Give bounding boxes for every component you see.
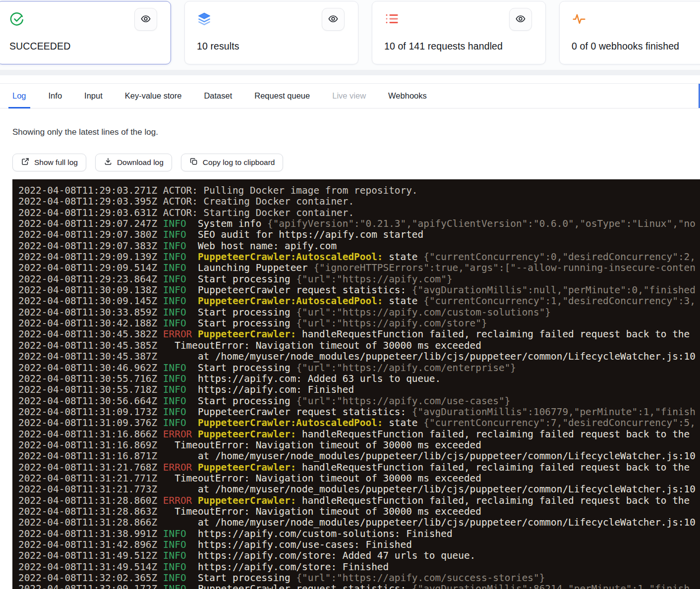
log-line: 2022-04-08T11:29:23.864Z INFO Start proc…	[18, 274, 700, 285]
log-line: 2022-04-08T11:32:02.365Z INFO Start proc…	[18, 573, 700, 584]
log-line: 2022-04-08T11:30:56.664Z INFO Start proc…	[18, 396, 700, 407]
cards-shadow-band	[0, 70, 700, 75]
log-line: 2022-04-08T11:31:21.771Z TimeoutError: N…	[18, 473, 700, 484]
log-line: 2022-04-08T11:30:09.145Z INFO PuppeteerC…	[18, 296, 700, 307]
log-line: 2022-04-08T11:29:07.380Z INFO SEO audit …	[18, 229, 700, 240]
log-line: 2022-04-08T11:29:07.247Z INFO System inf…	[18, 218, 700, 229]
card-label: 0 of 0 webhooks finished	[572, 41, 679, 52]
tab-info[interactable]: Info	[49, 84, 62, 108]
log-line: 2022-04-08T11:30:45.385Z TimeoutError: N…	[18, 340, 700, 351]
log-line: 2022-04-08T11:31:16.866Z ERROR Puppeteer…	[18, 429, 700, 440]
list-icon	[384, 11, 399, 26]
check-circle-icon	[9, 11, 24, 26]
log-line: 2022-04-08T11:31:42.896Z INFO https://ap…	[18, 539, 700, 550]
log-line: 2022-04-08T11:30:55.716Z INFO https://ap…	[18, 374, 700, 384]
eye-view-button[interactable]	[134, 8, 157, 31]
pulse-icon	[572, 11, 586, 26]
run-tab-bar: LogInfoInputKey-value storeDatasetReques…	[0, 83, 700, 108]
log-line: 2022-04-08T11:31:16.869Z TimeoutError: N…	[18, 440, 700, 451]
log-line: 2022-04-08T11:29:03.271Z ACTOR: Pulling …	[18, 185, 700, 196]
log-line: 2022-04-08T11:31:49.512Z INFO https://ap…	[18, 550, 700, 561]
log-line: 2022-04-08T11:30:09.138Z INFO PuppeteerC…	[18, 285, 700, 296]
eye-view-button[interactable]	[322, 8, 345, 31]
tab-key-value-store[interactable]: Key-value store	[125, 84, 182, 108]
log-line: 2022-04-08T11:30:55.718Z INFO https://ap…	[18, 384, 700, 395]
external-link-icon	[21, 157, 30, 168]
log-line: 2022-04-08T11:29:07.383Z INFO Web host n…	[18, 241, 700, 252]
log-line: 2022-04-08T11:31:28.863Z TimeoutError: N…	[18, 506, 700, 517]
log-terminal[interactable]: 2022-04-08T11:29:03.271Z ACTOR: Pulling …	[12, 179, 700, 589]
card-label: SUCCEEDED	[9, 41, 70, 52]
log-line: 2022-04-08T11:30:45.387Z at /home/myuser…	[18, 351, 700, 362]
download-log-button[interactable]: Download log	[95, 154, 172, 171]
log-line: 2022-04-08T11:30:45.382Z ERROR Puppeteer…	[18, 329, 700, 340]
status-card-10-of-141-requests-handled: 10 of 141 requests handled	[372, 1, 546, 64]
status-card-10-results: 10 results	[184, 1, 358, 64]
eye-icon	[140, 13, 151, 26]
log-line: 2022-04-08T11:30:33.859Z INFO Start proc…	[18, 307, 700, 318]
log-line: 2022-04-08T11:31:21.768Z ERROR Puppeteer…	[18, 462, 700, 473]
button-label: Copy log to clipboard	[203, 158, 275, 167]
log-toolbar: Show full logDownload logCopy log to cli…	[12, 154, 283, 171]
tab-input[interactable]: Input	[84, 84, 103, 108]
log-line: 2022-04-08T11:31:38.991Z INFO https://ap…	[18, 529, 700, 539]
copy-icon	[189, 157, 198, 168]
tab-dataset[interactable]: Dataset	[204, 84, 232, 108]
eye-view-button[interactable]	[509, 8, 532, 31]
log-line: 2022-04-08T11:31:16.871Z at /home/myuser…	[18, 451, 700, 462]
button-label: Download log	[117, 158, 164, 167]
status-card-succeeded: SUCCEEDED	[0, 1, 171, 64]
log-line: 2022-04-08T11:29:03.631Z ACTOR: Starting…	[18, 208, 700, 218]
show-full-log-button[interactable]: Show full log	[12, 154, 86, 171]
log-line: 2022-04-08T11:29:09.139Z INFO PuppeteerC…	[18, 252, 700, 263]
copy-log-to-clipboard-button[interactable]: Copy log to clipboard	[181, 154, 284, 171]
eye-icon	[328, 13, 339, 26]
status-cards-row: SUCCEEDED10 results10 of 141 requests ha…	[0, 1, 700, 64]
tab-webhooks[interactable]: Webhooks	[388, 84, 427, 108]
eye-icon	[515, 13, 526, 26]
log-notice: Showing only the latest lines of the log…	[12, 127, 158, 137]
log-line: 2022-04-08T11:30:46.962Z INFO Start proc…	[18, 363, 700, 374]
log-line: 2022-04-08T11:31:28.860Z ERROR Puppeteer…	[18, 495, 700, 506]
log-line: 2022-04-08T11:30:42.188Z INFO Start proc…	[18, 318, 700, 329]
button-label: Show full log	[34, 158, 78, 167]
log-line: 2022-04-08T11:29:09.514Z INFO Launching …	[18, 263, 700, 273]
card-label: 10 of 141 requests handled	[384, 41, 503, 52]
tab-request-queue[interactable]: Request queue	[254, 84, 310, 108]
log-line: 2022-04-08T11:31:09.376Z INFO PuppeteerC…	[18, 418, 700, 428]
log-line: 2022-04-08T11:31:21.773Z at /home/myuser…	[18, 484, 700, 495]
layers-icon	[197, 11, 212, 26]
log-line: 2022-04-08T11:31:49.514Z INFO https://ap…	[18, 562, 700, 573]
log-line: 2022-04-08T11:32:09.172Z INFO PuppeteerC…	[18, 584, 700, 589]
tab-live-view: Live view	[332, 84, 366, 108]
log-line: 2022-04-08T11:31:28.866Z at /home/myuser…	[18, 517, 700, 528]
status-card-0-of-0-webhooks-finished: 0 of 0 webhooks finished	[559, 1, 700, 64]
log-line: 2022-04-08T11:29:03.395Z ACTOR: Creating…	[18, 196, 700, 207]
tab-log[interactable]: Log	[12, 84, 26, 108]
card-label: 10 results	[197, 41, 239, 52]
download-icon	[104, 157, 113, 168]
log-line: 2022-04-08T11:31:09.173Z INFO PuppeteerC…	[18, 407, 700, 418]
